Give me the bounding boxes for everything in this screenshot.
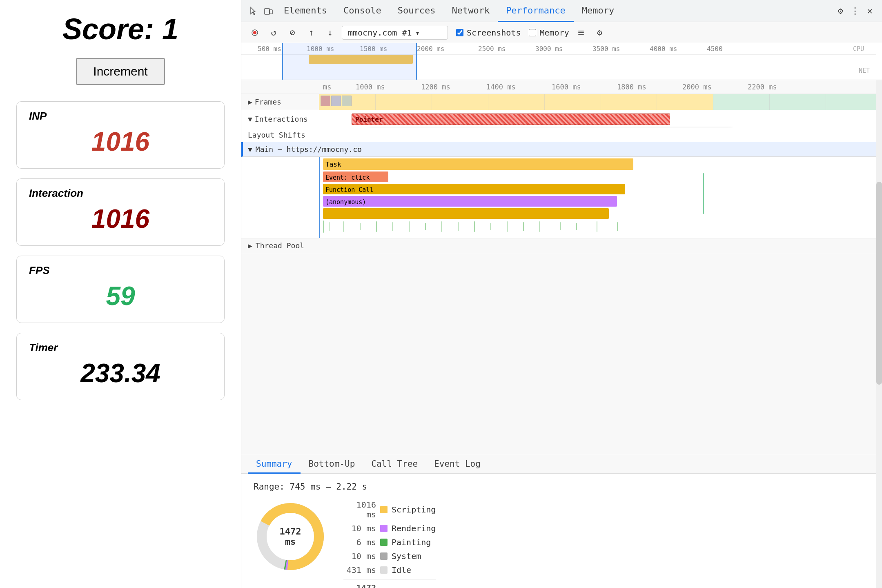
left-panel: Score: 1 Increment INP 1016 Interaction … (0, 0, 241, 588)
screenshot-thumbnails (319, 95, 882, 107)
close-icon[interactable]: ✕ (862, 4, 877, 18)
tab-network[interactable]: Network (443, 0, 498, 22)
devtools-panel: Elements Console Sources Network Perform… (241, 0, 882, 588)
upload-button[interactable]: ↑ (304, 26, 318, 40)
svg-rect-5 (578, 32, 584, 33)
summary-legend: 1016 ms Scripting 10 ms Rendering 6 ms P… (343, 500, 436, 588)
cpu-label: CPU (853, 45, 864, 53)
main-thread-tasks: Task Event: click Function Call (anonymo… (241, 157, 882, 238)
legend-total: 1472 ms Total (343, 579, 436, 588)
settings-icon[interactable]: ⚙ (833, 4, 848, 18)
pointer-interaction-bar[interactable]: Pointer (352, 114, 670, 125)
interactions-label: ▼ Interactions (241, 115, 319, 123)
score-title: Score: 1 (16, 12, 225, 46)
track-area: ms 1000 ms 1200 ms 1400 ms 1600 ms 1800 … (241, 80, 882, 455)
net-label: NET (859, 67, 870, 74)
rendering-name: Rendering (392, 523, 436, 533)
tr-2200: 2200 ms (748, 83, 777, 91)
tab-memory[interactable]: Memory (574, 0, 622, 22)
scrollbar-thumb[interactable] (876, 182, 882, 385)
system-dot (380, 552, 388, 560)
ruler-3500: 3500 ms (592, 45, 620, 53)
thread-pool-row: ▶ Thread Pool (241, 238, 882, 253)
summary-range: Range: 745 ms – 2.22 s (254, 482, 870, 492)
main-thread-header: ▼ Main — https://mmocny.co (241, 142, 882, 157)
fps-card: FPS 59 (16, 256, 225, 323)
summary-content: 1472 ms 1016 ms Scripting 10 ms Renderin… (254, 500, 870, 588)
selection-highlight[interactable] (282, 43, 417, 80)
legend-idle: 431 ms Idle (343, 565, 436, 575)
device-toggle-icon[interactable] (261, 4, 276, 18)
tab-event-log[interactable]: Event Log (426, 455, 489, 474)
interaction-value: 1016 (29, 204, 212, 234)
perf-settings-icon[interactable]: ⚙ (593, 26, 607, 40)
fps-label: FPS (29, 264, 212, 277)
frames-expand-icon[interactable]: ▶ (248, 98, 252, 106)
tab-bottom-up[interactable]: Bottom-Up (301, 455, 363, 474)
ruler-2000: 2000 ms (417, 45, 444, 53)
tr-ms: ms (323, 83, 331, 91)
url-dropdown-icon[interactable]: ▾ (415, 28, 420, 38)
interaction-label: Interaction (29, 187, 212, 200)
inp-value: 1016 (29, 127, 212, 157)
green-activity-bars (241, 157, 882, 238)
main-thread-expand-icon[interactable]: ▼ (248, 145, 252, 154)
system-ms: 10 ms (343, 551, 376, 561)
memory-checkbox-group: Memory (529, 28, 569, 38)
timer-card: Timer 233.34 (16, 333, 225, 400)
clear-button[interactable]: ⊘ (285, 26, 299, 40)
more-options-icon[interactable]: ⋮ (848, 4, 862, 18)
screenshots-checkbox[interactable] (456, 29, 463, 36)
increment-button[interactable]: Increment (76, 58, 165, 85)
scripting-ms: 1016 ms (343, 500, 376, 519)
download-button[interactable]: ↓ (323, 26, 337, 40)
tab-performance[interactable]: Performance (498, 0, 574, 22)
tr-1800: 1800 ms (617, 83, 646, 91)
donut-chart: 1472 ms (254, 500, 327, 573)
capture-settings-icon[interactable] (574, 26, 588, 40)
ruler-2500: 2500 ms (478, 45, 506, 53)
tab-elements[interactable]: Elements (276, 0, 335, 22)
refresh-button[interactable]: ↺ (267, 26, 281, 40)
overview-timeline: 500 ms 1000 ms 1500 ms 2000 ms 2500 ms 3… (241, 43, 882, 80)
idle-ms: 431 ms (343, 565, 376, 575)
inp-label: INP (29, 110, 212, 122)
memory-checkbox[interactable] (529, 29, 536, 36)
ruler-500: 500 ms (258, 45, 281, 53)
inspect-icon[interactable] (246, 4, 261, 18)
summary-panel: Range: 745 ms – 2.22 s (241, 474, 882, 588)
layout-shifts-content (319, 128, 882, 142)
interactions-track-row: ▼ Interactions Pointer 1.02 s Pointer Lo… (241, 110, 882, 128)
interactions-content: Pointer 1.02 s Pointer Long interaction … (319, 110, 882, 128)
rendering-dot (380, 525, 388, 532)
painting-ms: 6 ms (343, 537, 376, 547)
svg-rect-0 (265, 9, 270, 14)
record-button[interactable] (248, 26, 262, 40)
screenshots-checkbox-group: Screenshots (456, 28, 521, 38)
vertical-scrollbar[interactable] (876, 80, 882, 588)
timer-label: Timer (29, 341, 212, 354)
tr-2000: 2000 ms (682, 83, 712, 91)
svg-rect-1 (270, 10, 272, 14)
inp-card: INP 1016 (16, 101, 225, 169)
tr-1200: 1200 ms (421, 83, 450, 91)
tab-console[interactable]: Console (335, 0, 390, 22)
svg-rect-4 (578, 31, 584, 31)
tab-call-tree[interactable]: Call Tree (363, 455, 426, 474)
thread-pool-expand-icon[interactable]: ▶ (248, 241, 252, 250)
selection-line (319, 157, 320, 238)
tab-summary[interactable]: Summary (248, 455, 301, 474)
frames-content (319, 94, 882, 110)
tr-1400: 1400 ms (486, 83, 516, 91)
interactions-expand-icon[interactable]: ▼ (248, 115, 252, 123)
tab-sources[interactable]: Sources (390, 0, 444, 22)
tr-1000: 1000 ms (356, 83, 385, 91)
legend-system: 10 ms System (343, 551, 436, 561)
legend-painting: 6 ms Painting (343, 537, 436, 547)
ruler-3000: 3000 ms (535, 45, 563, 53)
tr-1600: 1600 ms (552, 83, 581, 91)
layout-shifts-label: Layout Shifts (241, 131, 319, 139)
memory-label: Memory (539, 28, 569, 38)
url-text: mmocny.com #1 (348, 28, 412, 38)
idle-dot (380, 566, 388, 574)
